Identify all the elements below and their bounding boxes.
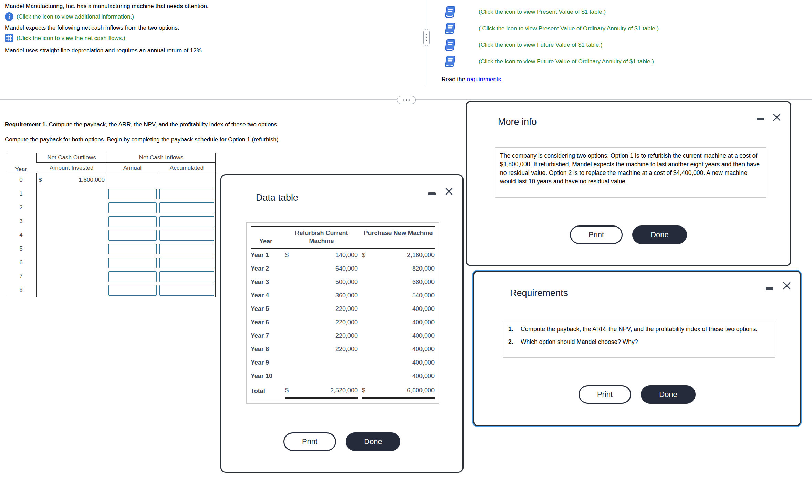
data-table-cell-group: 500,000: [285, 279, 358, 286]
done-button[interactable]: Done: [632, 225, 687, 244]
amount-value: 1,800,000: [79, 177, 105, 183]
data-table-row: Year 3500,000680,000: [251, 275, 435, 289]
book-icon[interactable]: [444, 22, 456, 35]
read-requirements-prefix: Read the: [441, 76, 467, 83]
table-link-row: (Click the icon to view Future Value of …: [444, 37, 659, 53]
payback-annual-cell: [107, 256, 158, 270]
purchase-value: 820,000: [370, 265, 435, 272]
net-cash-flows-link-label: (Click the icon to view the net cash flo…: [17, 35, 125, 42]
close-icon[interactable]: [445, 187, 454, 196]
data-table-cell-group: 400,000: [362, 332, 435, 339]
data-table-row-label: Year 2: [251, 265, 281, 272]
payback-annual-cell: [107, 187, 158, 201]
purchase-value: 540,000: [370, 292, 435, 299]
close-icon[interactable]: [782, 281, 791, 290]
payback-annual-input-year-2[interactable]: [108, 202, 157, 213]
payback-col-outflows: Net Cash Outflows: [37, 153, 107, 163]
net-cash-flows-link-row: (Click the icon to view the net cash flo…: [5, 34, 125, 42]
payback-annual-input-year-3[interactable]: [108, 216, 157, 227]
payback-row: 8: [6, 283, 216, 297]
data-table-row-label: Year 1: [251, 252, 281, 259]
total-refurbish-value: 2,520,000: [293, 387, 358, 394]
payback-row: 2: [6, 201, 216, 214]
table-link-label: (Click the icon to view Present Value of…: [479, 9, 606, 15]
payback-accumulated-input-year-8[interactable]: [159, 285, 214, 296]
payback-row: 4: [6, 228, 216, 242]
table-link-label: ( Click the icon to view Present Value o…: [479, 25, 659, 32]
minimize-icon[interactable]: [757, 118, 764, 120]
data-table-row-label: Year 7: [251, 332, 281, 339]
data-table-cell-group: 360,000: [285, 292, 358, 299]
data-table-cell-group: 220,000: [285, 332, 358, 339]
data-table-row-label: Year 6: [251, 319, 281, 326]
payback-annual-input-year-7[interactable]: [108, 271, 157, 282]
purchase-value: 2,160,000: [370, 252, 435, 259]
data-table-col-purchase: Purchase New Machine: [362, 229, 435, 245]
data-table-cell-group: 400,000: [362, 319, 435, 326]
refurbish-value: 360,000: [293, 292, 358, 299]
info-icon[interactable]: i: [5, 12, 13, 21]
data-table-container: Year Refurbish Current Machine Purchase …: [246, 222, 439, 404]
payback-year-cell: 2: [6, 201, 37, 214]
data-table-cell-group: $2,160,000: [362, 252, 435, 259]
print-button[interactable]: Print: [570, 225, 623, 244]
payback-amount-cell: [37, 214, 107, 228]
payback-annual-input-year-6[interactable]: [108, 258, 157, 268]
purchase-value: 400,000: [370, 346, 435, 353]
total-purchase-value: 6,600,000: [370, 387, 435, 394]
data-table-total-label: Total: [251, 388, 281, 395]
requirements-link[interactable]: requirements: [467, 76, 501, 83]
payback-accumulated-input-year-2[interactable]: [159, 202, 214, 213]
payback-amount-cell: [37, 270, 107, 283]
minimize-icon[interactable]: [766, 287, 773, 290]
requirement-1-text: Compute the payback, the ARR, the NPV, a…: [47, 121, 279, 128]
data-table-row: Year 5220,000400,000: [251, 302, 435, 316]
more-info-dialog: More info The company is considering two…: [466, 101, 791, 266]
table-link-row: (Click the icon to view Future Value of …: [444, 53, 659, 70]
data-table-cell-group: 220,000: [285, 305, 358, 313]
data-table-cell-group: 400,000: [362, 346, 435, 353]
payback-accumulated-input-year-3[interactable]: [159, 216, 214, 227]
horizontal-divider-handle[interactable]: [397, 96, 416, 104]
data-table-cell-group: $140,000: [285, 252, 358, 259]
refurbish-value: 140,000: [293, 252, 358, 259]
intro-line-2: Mandel expects the following net cash in…: [5, 24, 179, 31]
payback-accumulated-cell: [158, 283, 216, 297]
payback-annual-input-year-1[interactable]: [108, 189, 157, 199]
data-table-col-year: Year: [251, 238, 281, 245]
refurbish-value: 220,000: [293, 346, 358, 353]
done-button[interactable]: Done: [346, 432, 400, 451]
payback-accumulated-input-year-6[interactable]: [159, 258, 214, 268]
vertical-divider-handle[interactable]: [423, 29, 430, 46]
payback-accumulated-input-year-5[interactable]: [159, 244, 214, 254]
done-button[interactable]: Done: [641, 385, 696, 404]
payback-annual-input-year-4[interactable]: [108, 230, 157, 241]
payback-accumulated-input-year-7[interactable]: [159, 271, 214, 282]
payback-annual-input-year-8[interactable]: [108, 285, 157, 296]
print-button[interactable]: Print: [579, 385, 631, 404]
data-table-row-label: Year 9: [251, 359, 281, 366]
currency-sign: $: [362, 387, 370, 394]
table-links-list: (Click the icon to view Present Value of…: [444, 4, 659, 70]
book-icon[interactable]: [444, 38, 456, 52]
book-icon[interactable]: [444, 5, 456, 19]
payback-annual-cell: [107, 270, 158, 283]
more-info-dialog-title: More info: [498, 117, 537, 127]
data-table-cell-group: 640,000: [285, 265, 358, 272]
data-table-row: Year 10400,000: [251, 369, 435, 383]
grid-icon[interactable]: [5, 34, 13, 42]
payback-annual-input-year-5[interactable]: [108, 244, 157, 254]
book-icon[interactable]: [444, 55, 456, 69]
data-table-cell-group: 820,000: [362, 265, 435, 272]
payback-col-annual: Annual: [107, 163, 158, 173]
payback-accumulated-input-year-4[interactable]: [159, 230, 214, 241]
requirement-item: 1.Compute the payback, the ARR, the NPV,…: [508, 325, 771, 334]
close-icon[interactable]: [772, 113, 781, 122]
requirement-number: 1.: [508, 325, 521, 334]
data-table-row-label: Year 8: [251, 346, 281, 353]
payback-accumulated-input-year-1[interactable]: [159, 189, 214, 199]
data-table-row-label: Year 10: [251, 372, 281, 380]
print-button[interactable]: Print: [283, 432, 336, 451]
minimize-icon[interactable]: [428, 192, 436, 195]
table-link-label: (Click the icon to view Future Value of …: [479, 42, 603, 49]
